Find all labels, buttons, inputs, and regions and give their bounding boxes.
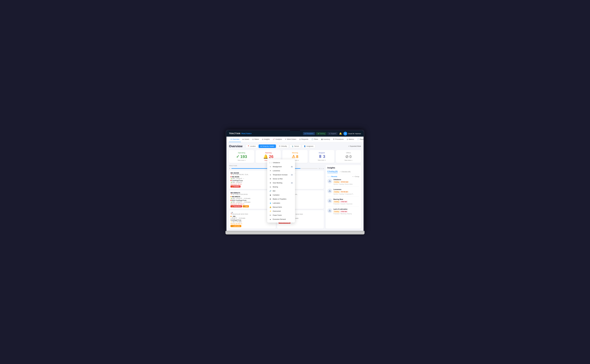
- dd-temperature[interactable]: 🌡 Temperature Increase 3: [267, 173, 295, 177]
- dd-blades[interactable]: ✿ Blades or Propellers: [267, 197, 295, 201]
- nav-workorders[interactable]: ✏ Work Orders: [283, 137, 298, 142]
- insight-title: Looseness: [334, 188, 359, 190]
- location-filter[interactable]: 📍 Location: [246, 144, 258, 148]
- stopped-icon: ⏸: [318, 154, 322, 159]
- dd-unbalance[interactable]: ⋮⋮ Unbalance: [267, 161, 295, 165]
- dd-badge: 3: [291, 182, 293, 184]
- insight-tags: Pending 6 days ago: [334, 211, 359, 213]
- cavitation-icon: ◉: [269, 194, 271, 196]
- insight-content: Lack of Lubrication Pending 6 days ago P…: [334, 208, 359, 214]
- criticality-filter[interactable]: ☰ Criticality: [277, 144, 289, 148]
- status-offline[interactable]: Offline ⊘ 0 View more ∨: [336, 150, 361, 163]
- insight-bearing: Bearing Wear Pending 2 days ago Producti…: [327, 198, 359, 207]
- floorplans-button[interactable]: ⊞ Floorplans: [303, 132, 315, 135]
- laptop-notch: [290, 130, 300, 131]
- support-icon: ◎: [329, 133, 330, 135]
- insight-tags: Pending One day ago: [334, 191, 359, 193]
- nav-assets[interactable]: ◈ Assets: [241, 137, 251, 142]
- nav-procedures[interactable]: ☰ Procedures: [332, 137, 345, 142]
- subtab-recents[interactable]: ↑↓ ↑↓ Recents: [327, 176, 337, 177]
- insight-icon: [327, 198, 332, 203]
- criticality-dropdown: ⋮⋮ Unbalance ≡ Misalignment 6 ✦ Loosenes…: [267, 159, 295, 223]
- pending-tag: Pending: [334, 201, 340, 203]
- sensor-icon: 📡: [292, 145, 294, 147]
- nav-analytics[interactable]: 📈 Analytics: [271, 137, 283, 142]
- insight-icon: [327, 188, 332, 193]
- nav-reports[interactable]: 📄 Reports: [356, 137, 364, 142]
- topbar: TRACTIAN TRACTIAN ▾ ⊞ Floorplans ◑ Train…: [226, 130, 364, 137]
- cavitation-tag[interactable]: 🔥 Cavitation: [230, 185, 241, 188]
- temperature-tag[interactable]: 🔥 Temperature: [230, 205, 242, 208]
- laptop-wrapper: TRACTIAN TRACTIAN ▾ ⊞ Floorplans ◑ Train…: [225, 130, 365, 234]
- location-pin-icon: 📍: [230, 194, 232, 195]
- insight-tags: Pending 19 hours ago: [334, 181, 359, 183]
- pending-tag: Pending: [334, 181, 340, 183]
- nav-insights[interactable]: ◎ Insights: [261, 137, 271, 142]
- nav-plans[interactable]: 🕒 Plans: [310, 137, 320, 142]
- overcurrent-icon: ⚡: [269, 210, 271, 212]
- sensor-risk-icon: ⚙: [269, 178, 271, 180]
- status-stopped[interactable]: Stopped ⏸ 3 View more ∨: [309, 150, 334, 163]
- nav-overview[interactable]: ⊡ Overview: [229, 137, 241, 142]
- tab-pending[interactable]: ℹ Pending (20): [327, 170, 338, 173]
- dd-excessive-demand[interactable]: ▲ Excessive Demand: [267, 217, 295, 221]
- svg-point-5: [330, 201, 330, 202]
- laptop-base: [225, 231, 365, 234]
- nav-metrics[interactable]: ◎ Metrics: [345, 137, 356, 142]
- dd-power-factor[interactable]: FP Power Factor: [267, 213, 295, 217]
- insight-icon: [327, 208, 332, 213]
- manual-alerts-icon: 🔔: [269, 206, 271, 208]
- user-name: David M. Harmon: [348, 133, 361, 135]
- metrics-icon: ◎: [347, 138, 348, 140]
- subtab-group[interactable]: + + Group: [352, 176, 359, 177]
- dd-belt[interactable]: 🔗 Belt: [267, 189, 295, 193]
- pause-icon: ⏸: [229, 168, 230, 169]
- prev-page-button[interactable]: ‹: [322, 168, 322, 169]
- dd-cavitation[interactable]: ◉ Cavitation: [267, 193, 295, 197]
- sensor-filter[interactable]: 📡 Sensor: [290, 144, 301, 148]
- notification-icon[interactable]: 🔔: [339, 132, 342, 136]
- dd-sensor-risk[interactable]: ⚙ Sensor at Risk: [267, 177, 295, 181]
- sort-icon: ↑↓: [327, 176, 329, 177]
- dd-bearing[interactable]: ◎ Bearing: [267, 185, 295, 189]
- info-icon: ℹ: [327, 170, 328, 172]
- location-pin-icon: 📍: [230, 174, 232, 175]
- insight-icon: [327, 179, 332, 183]
- plans-icon: 🕒: [311, 138, 313, 140]
- nav-inventory[interactable]: ▦ Inventory: [320, 137, 332, 142]
- support-button[interactable]: ◎ Support: [327, 132, 338, 135]
- next-page-button[interactable]: ›: [323, 168, 324, 169]
- demand-icon: ▲: [269, 218, 271, 221]
- dd-misalignment[interactable]: ≡ Misalignment 6: [267, 165, 295, 169]
- status-dot: [230, 216, 231, 217]
- training-icon: ◑: [317, 133, 319, 135]
- dd-manual-alerts[interactable]: 🔔 Manual Alerts: [267, 205, 295, 209]
- offline-icon: ⊘: [345, 154, 349, 159]
- insight-tags: Pending 2 days ago: [334, 201, 359, 203]
- dd-looseness[interactable]: ✦ Looseness: [267, 169, 295, 173]
- page-title: Overview: [229, 144, 243, 148]
- lubrication-tag[interactable]: 🔧 Lubrication: [230, 225, 241, 227]
- expanded-mode-button[interactable]: ↗ Expanded Mode: [348, 145, 361, 147]
- nav-status[interactable]: ◎ Status: [251, 137, 261, 142]
- training-button[interactable]: ◑ Training: [316, 132, 326, 135]
- dd-badge: 6: [291, 166, 293, 168]
- floorplans-icon: ⊞: [304, 133, 306, 135]
- location-icon: 📍: [248, 145, 249, 147]
- dd-gear-meshing[interactable]: ⚙ Gear Meshing 3: [267, 181, 295, 185]
- status-operating[interactable]: Operating ✓ 193 View more ∨: [229, 150, 254, 163]
- dd-lubrication[interactable]: 💧 Lubrication: [267, 201, 295, 205]
- assignees-filter[interactable]: 👤 Assignees: [302, 144, 315, 148]
- insights-panel: Insights ℹ Pending (20) ✓ Checked (45): [326, 165, 361, 229]
- nav-requests[interactable]: ◎ Requests: [298, 137, 310, 142]
- lubrication-icon: 💧: [269, 202, 271, 204]
- criticality-icon: ☰: [279, 145, 280, 147]
- tab-checked[interactable]: ✓ Checked (45): [340, 170, 351, 173]
- belt-tag[interactable]: 🔗 Belt: [243, 205, 249, 208]
- group-by-button[interactable]: ⊞ Group by: Assets: [259, 144, 276, 148]
- dd-overcurrent[interactable]: ⚡ Overcurrent: [267, 209, 295, 213]
- insight-path: Injection / Sanding / Electric Motor: [334, 183, 359, 185]
- status-dot: [230, 196, 231, 197]
- unbalance-icon: ⋮⋮: [269, 162, 271, 164]
- assets-icon: ◈: [243, 138, 244, 140]
